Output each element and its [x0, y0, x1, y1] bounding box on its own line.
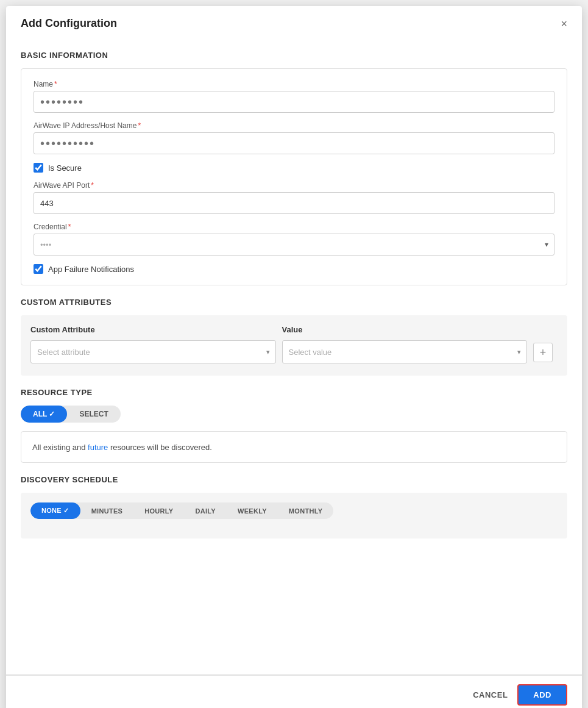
basic-info-title: BASIC INFORMATION	[21, 51, 567, 60]
airwave-label: AirWave IP Address/Host Name*	[34, 121, 554, 130]
airwave-input[interactable]	[34, 132, 554, 154]
modal-body: BASIC INFORMATION Name* AirWave IP Addre…	[6, 38, 582, 674]
custom-attr-grid: Select attribute ▾ Select value ▾ +	[30, 340, 558, 366]
cancel-button[interactable]: CANCEL	[473, 690, 508, 699]
name-label: Name*	[34, 80, 554, 88]
basic-info-card: Name* AirWave IP Address/Host Name* Is S…	[21, 68, 567, 285]
is-secure-label[interactable]: Is Secure	[48, 163, 82, 173]
port-input[interactable]	[34, 192, 554, 214]
resource-type-title: RESOURCE TYPE	[21, 388, 567, 397]
is-secure-row: Is Secure	[34, 163, 554, 173]
modal-footer: CANCEL ADD	[6, 675, 582, 708]
name-input[interactable]	[34, 91, 554, 113]
port-label: AirWave API Port*	[34, 181, 554, 190]
credential-select-wrapper: •••• ▾	[34, 234, 554, 256]
is-secure-checkbox[interactable]	[34, 163, 43, 173]
resource-type-toggle-group: ALL ✓ SELECT	[21, 406, 121, 423]
modal-title: Add Configuration	[21, 17, 117, 30]
custom-attr-title: CUSTOM ATTRIBUTES	[21, 298, 567, 307]
select-value-dropdown[interactable]: Select value	[282, 340, 528, 363]
resource-info-text: All existing and future resources will b…	[32, 443, 212, 452]
select-attribute-dropdown[interactable]: Select attribute	[30, 340, 276, 363]
col-headers: Custom Attribute Value	[30, 325, 558, 339]
app-failure-checkbox[interactable]	[34, 264, 43, 274]
select-attribute-wrapper: Select attribute ▾	[30, 340, 276, 363]
tab-monthly[interactable]: MONTHLY	[278, 503, 333, 519]
add-button[interactable]: ADD	[517, 684, 567, 706]
app-failure-label[interactable]: App Failure Notifications	[48, 265, 134, 274]
close-icon[interactable]: ×	[561, 18, 567, 29]
add-attribute-button[interactable]: +	[533, 343, 553, 362]
resource-info-card: All existing and future resources will b…	[21, 431, 567, 463]
custom-attr-card: Custom Attribute Value Select attribute …	[21, 315, 567, 376]
add-configuration-modal: Add Configuration × BASIC INFORMATION Na…	[6, 6, 582, 708]
tab-daily[interactable]: DAILY	[184, 503, 227, 519]
modal-header: Add Configuration ×	[6, 6, 582, 38]
discovery-tabs: NONE ✓ MINUTES HOURLY DAILY WEEKLY MONTH…	[30, 502, 333, 519]
discovery-schedule-title: DISCOVERY SCHEDULE	[21, 475, 567, 484]
col-value-header: Value	[282, 325, 528, 334]
col-attribute-header: Custom Attribute	[30, 325, 276, 334]
discovery-schedule-card: NONE ✓ MINUTES HOURLY DAILY WEEKLY MONTH…	[21, 493, 567, 538]
tab-weekly[interactable]: WEEKLY	[227, 503, 278, 519]
tab-minutes[interactable]: MINUTES	[80, 503, 134, 519]
tab-hourly[interactable]: HOURLY	[133, 503, 184, 519]
app-failure-row: App Failure Notifications	[34, 264, 554, 274]
select-toggle-button[interactable]: SELECT	[67, 406, 120, 423]
select-value-wrapper: Select value ▾	[282, 340, 528, 363]
credential-select[interactable]: ••••	[34, 234, 554, 256]
resource-type-section: ALL ✓ SELECT All existing and future res…	[21, 406, 567, 463]
credential-label: Credential*	[34, 223, 554, 231]
all-toggle-button[interactable]: ALL ✓	[21, 406, 67, 423]
tab-none[interactable]: NONE ✓	[30, 502, 80, 519]
